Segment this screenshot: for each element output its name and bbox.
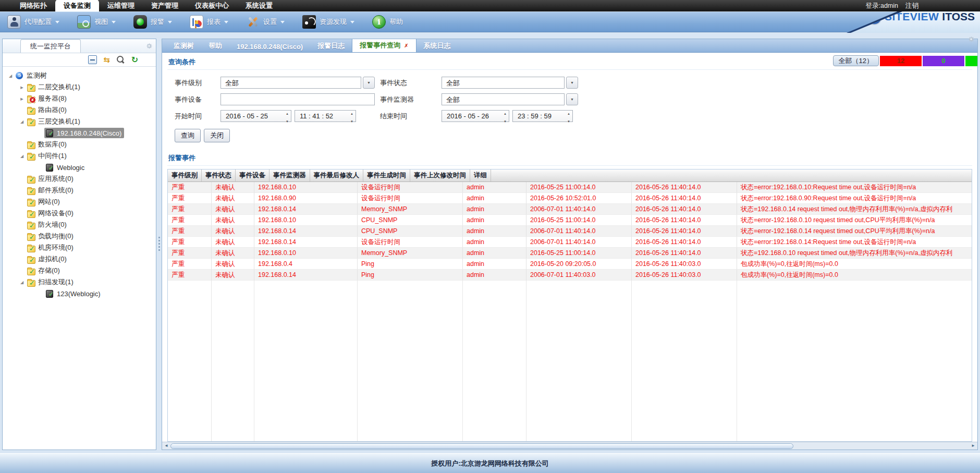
spinner-arrows-icon[interactable] bbox=[565, 108, 572, 124]
badge-good[interactable] bbox=[965, 56, 977, 66]
column-header[interactable]: 事件生成时间 bbox=[363, 169, 410, 181]
menu-item[interactable]: 设备监测 bbox=[55, 0, 99, 11]
badge-all[interactable]: 全部（12） bbox=[833, 55, 879, 66]
start-date-input[interactable]: 2016 - 05 - 25 bbox=[220, 110, 291, 122]
tree-item[interactable]: 192.168.0.248(Cisco) bbox=[3, 127, 156, 139]
tree-item[interactable]: 服务器(8) bbox=[3, 93, 156, 104]
tree-item[interactable]: 机房环境(0) bbox=[3, 242, 156, 253]
spinner-arrows-icon[interactable] bbox=[501, 108, 509, 124]
column-header[interactable]: 事件级别 bbox=[168, 169, 202, 181]
menu-item[interactable]: 资产管理 bbox=[143, 0, 187, 11]
collapse-all-icon[interactable] bbox=[88, 55, 97, 64]
transfer-icon[interactable] bbox=[102, 55, 111, 64]
toolbar-item[interactable]: 视图 bbox=[77, 15, 116, 29]
search-button[interactable]: 查询 bbox=[175, 129, 201, 142]
column-header[interactable]: 事件状态 bbox=[202, 169, 236, 181]
dropdown-arrow-icon[interactable] bbox=[363, 77, 375, 89]
toolbar-item[interactable]: 设置 bbox=[246, 15, 285, 29]
spinner-arrows-icon[interactable] bbox=[348, 108, 356, 124]
table-row[interactable]: 严重 未确认 192.168.0.10 CPU_SNMP admin 2016-… bbox=[168, 215, 972, 226]
end-date-input[interactable]: 2016 - 05 - 26 bbox=[442, 110, 509, 122]
badge-critical[interactable]: 12 bbox=[880, 56, 922, 66]
event-status-select[interactable]: 全部 bbox=[442, 77, 565, 89]
column-header[interactable]: 事件设备 bbox=[236, 169, 270, 181]
tree-expand-arrow[interactable] bbox=[18, 280, 26, 285]
menu-item[interactable]: 网络拓扑 bbox=[11, 0, 55, 11]
tree-item[interactable]: 防火墙(0) bbox=[3, 219, 156, 231]
sidebar-tab-unified-monitoring[interactable]: 统一监控平台 bbox=[20, 39, 81, 53]
tree-item[interactable]: 负载均衡(0) bbox=[3, 231, 156, 242]
tree-item[interactable]: 网站(0) bbox=[3, 196, 156, 208]
tree-item[interactable]: 监测树 bbox=[3, 70, 156, 81]
table-row[interactable]: 严重 未确认 192.168.0.4 Ping admin 2016-05-20… bbox=[168, 259, 972, 270]
column-header[interactable]: 事件上次修改时间 bbox=[410, 169, 470, 181]
tree-expand-arrow[interactable] bbox=[18, 84, 26, 91]
event-monitor-select[interactable]: 全部 bbox=[442, 93, 565, 105]
scroll-right-arrow-icon[interactable] bbox=[969, 442, 977, 450]
tree-item[interactable]: 邮件系统(0) bbox=[3, 185, 156, 196]
menu-item[interactable]: 运维管理 bbox=[99, 0, 143, 11]
main-tab[interactable]: 帮助 bbox=[201, 39, 229, 52]
tree-item[interactable]: 二层交换机(1) bbox=[3, 81, 156, 93]
toolbar-item[interactable]: 资源发现 bbox=[302, 15, 354, 29]
chevron-down-icon[interactable] bbox=[280, 21, 285, 23]
chevron-down-icon[interactable] bbox=[224, 21, 228, 23]
chevron-down-icon[interactable] bbox=[55, 21, 59, 23]
chevron-down-icon[interactable] bbox=[168, 21, 172, 23]
search-icon[interactable] bbox=[116, 55, 125, 64]
toolbar-item[interactable]: 代理配置 bbox=[7, 15, 59, 29]
table-row[interactable]: 严重 未确认 192.168.0.10 设备运行时间 admin 2016-05… bbox=[168, 182, 972, 193]
column-header[interactable]: 事件监测器 bbox=[270, 169, 310, 181]
tree-item[interactable]: 数据库(0) bbox=[3, 139, 156, 150]
scroll-left-arrow-icon[interactable] bbox=[162, 442, 170, 450]
spinner-arrows-icon[interactable] bbox=[284, 108, 291, 124]
tree-expand-arrow[interactable] bbox=[7, 73, 14, 78]
toolbar-item[interactable]: 报表 bbox=[190, 15, 228, 29]
menu-item[interactable]: 系统设置 bbox=[237, 0, 281, 11]
toolbar-item[interactable]: 帮助 bbox=[372, 15, 403, 29]
tree-item[interactable]: 三层交换机(1) bbox=[3, 116, 156, 127]
tree-expand-arrow[interactable] bbox=[18, 119, 26, 124]
table-row[interactable]: 严重 未确认 192.168.0.14 Ping admin 2006-07-0… bbox=[168, 270, 972, 281]
panel-splitter[interactable] bbox=[156, 39, 162, 450]
tree-item[interactable]: Weblogic bbox=[3, 162, 156, 173]
main-tab[interactable]: 192.168.0.248(Cisco) bbox=[229, 40, 310, 52]
tree-item[interactable]: 虚拟机(0) bbox=[3, 253, 156, 265]
table-row[interactable]: 严重 未确认 192.168.0.90 设备运行时间 admin 2016-05… bbox=[168, 193, 972, 204]
table-row[interactable]: 严重 未确认 192.168.0.14 Memory_SNMP admin 20… bbox=[168, 204, 972, 215]
badge-warning[interactable]: 0 bbox=[923, 56, 964, 66]
refresh-icon[interactable] bbox=[130, 55, 139, 64]
tree-item[interactable]: 扫描发现(1) bbox=[3, 276, 156, 288]
event-level-select[interactable]: 全部 bbox=[220, 77, 361, 89]
column-header[interactable]: 详细 bbox=[470, 169, 491, 181]
scrollbar-thumb[interactable] bbox=[170, 443, 793, 449]
gear-icon[interactable] bbox=[967, 39, 975, 43]
table-row[interactable]: 严重 未确认 192.168.0.14 设备运行时间 admin 2006-07… bbox=[168, 237, 972, 248]
tree-expand-arrow[interactable] bbox=[18, 95, 26, 102]
menu-item[interactable]: 仪表板中心 bbox=[187, 0, 237, 11]
main-tab[interactable]: 监测树 bbox=[166, 39, 201, 52]
tree-item[interactable]: 中间件(1) bbox=[3, 150, 156, 162]
tree-expand-arrow[interactable] bbox=[18, 153, 26, 159]
chevron-down-icon[interactable] bbox=[112, 21, 116, 23]
end-time-input[interactable]: 23 : 59 : 59 bbox=[512, 110, 573, 122]
horizontal-scrollbar[interactable] bbox=[162, 442, 977, 450]
dropdown-arrow-icon[interactable] bbox=[566, 77, 578, 89]
tree-item[interactable]: 存储(0) bbox=[3, 265, 156, 276]
scrollbar-track[interactable] bbox=[170, 443, 969, 449]
tree-item[interactable]: 123(Weblogic) bbox=[3, 288, 156, 299]
main-tab[interactable]: 系统日志 bbox=[416, 39, 458, 52]
main-tab[interactable]: 报警日志 bbox=[310, 39, 352, 52]
logout-link[interactable]: 注销 bbox=[905, 2, 918, 10]
tree-item[interactable]: 路由器(0) bbox=[3, 104, 156, 116]
toolbar-item[interactable]: 报警 bbox=[133, 15, 172, 29]
table-row[interactable]: 严重 未确认 192.168.0.10 Memory_SNMP admin 20… bbox=[168, 248, 972, 259]
column-header[interactable]: 事件最后修改人 bbox=[310, 169, 364, 181]
main-tab[interactable]: 报警事件查询 bbox=[352, 39, 416, 52]
tree-item[interactable]: 网络设备(0) bbox=[3, 208, 156, 219]
table-row[interactable]: 严重 未确认 192.168.0.14 CPU_SNMP admin 2006-… bbox=[168, 226, 972, 237]
chevron-down-icon[interactable] bbox=[350, 21, 354, 23]
event-device-input[interactable] bbox=[220, 93, 375, 105]
dropdown-arrow-icon[interactable] bbox=[566, 93, 578, 105]
tree-item[interactable]: 应用系统(0) bbox=[3, 173, 156, 185]
